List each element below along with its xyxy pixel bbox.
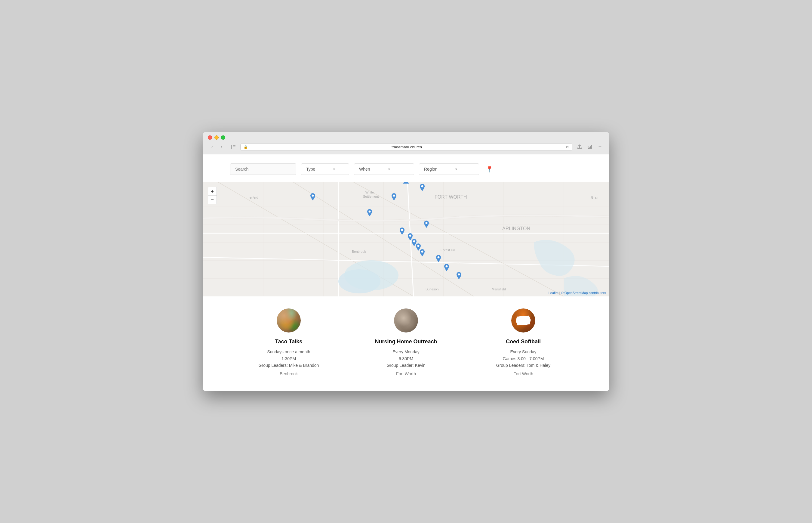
card-location-coed-softball: Fort Worth <box>513 371 533 376</box>
card-title-nursing-home: Nursing Home Outreach <box>375 339 437 345</box>
forward-button[interactable]: › <box>218 143 226 151</box>
card-schedule-1: Every Sunday <box>496 348 550 355</box>
reload-icon[interactable]: ↺ <box>566 145 569 149</box>
type-filter[interactable]: Type ▾ <box>301 163 349 175</box>
leaflet-link[interactable]: Leaflet <box>549 291 559 294</box>
svg-text:Gran: Gran <box>591 196 598 199</box>
osm-link[interactable]: © OpenStreetMap contributors <box>561 291 606 294</box>
sidebar-button[interactable] <box>229 143 237 151</box>
card-leaders: Group Leaders: Tom & Haley <box>496 362 550 368</box>
map-pin[interactable] <box>366 209 373 219</box>
zoom-in-button[interactable]: + <box>208 187 216 196</box>
svg-text:Burleson: Burleson <box>426 287 438 291</box>
svg-point-50 <box>458 273 460 276</box>
card-detail-taco-talks: Sundays once a month 1:30PM Group Leader… <box>259 348 319 368</box>
nav-buttons: ‹ › <box>208 143 226 151</box>
svg-point-41 <box>421 185 423 187</box>
svg-point-26 <box>338 269 380 293</box>
svg-text:erferd: erferd <box>250 196 258 199</box>
svg-rect-0 <box>231 145 232 149</box>
when-filter[interactable]: When ▾ <box>354 163 414 175</box>
svg-text:Forest Hill: Forest Hill <box>440 248 456 252</box>
svg-rect-2 <box>233 147 235 147</box>
map-pin[interactable] <box>398 228 406 237</box>
add-tab-button[interactable]: + <box>596 143 604 151</box>
svg-point-46 <box>421 251 423 253</box>
svg-text:FORT WORTH: FORT WORTH <box>435 194 467 199</box>
map-pin[interactable] <box>390 193 398 203</box>
map-pin[interactable] <box>443 264 450 273</box>
svg-rect-6 <box>203 182 609 296</box>
svg-point-44 <box>413 240 415 242</box>
filter-bar: Type ▾ When ▾ Region ▾ 📍 <box>203 155 609 182</box>
map-pin[interactable] <box>455 272 462 282</box>
svg-text:ARLINGTON: ARLINGTON <box>502 226 530 231</box>
location-pin-button[interactable]: 📍 <box>484 164 495 175</box>
svg-point-43 <box>409 234 411 236</box>
svg-rect-3 <box>233 148 235 148</box>
new-tab-button[interactable] <box>586 143 594 151</box>
type-chevron-icon: ▾ <box>333 167 335 171</box>
address-bar[interactable]: 🔒 trademark.church ↺ <box>240 143 572 151</box>
page-content: Type ▾ When ▾ Region ▾ 📍 <box>203 155 609 391</box>
lock-icon: 🔒 <box>244 145 248 149</box>
back-button[interactable]: ‹ <box>208 143 216 151</box>
share-button[interactable] <box>575 143 584 151</box>
traffic-light-fullscreen[interactable] <box>221 136 225 140</box>
map-pin[interactable] <box>419 184 426 194</box>
card-detail-nursing-home: Every Monday 6:30PM Group Leader: Kevin <box>386 348 425 368</box>
card-taco-talks[interactable]: Taco Talks Sundays once a month 1:30PM G… <box>230 303 347 382</box>
svg-rect-5 <box>589 146 591 148</box>
map-zoom-controls: + − <box>208 187 217 204</box>
card-location-taco-talks: Benbrook <box>280 371 298 376</box>
card-title-coed-softball: Coed Softball <box>506 339 541 345</box>
svg-point-45 <box>417 245 419 247</box>
map-pin[interactable] <box>435 255 442 265</box>
svg-point-39 <box>393 194 395 197</box>
card-leaders: Group Leaders: Mike & Brandon <box>259 362 319 368</box>
map-container: FORT WORTH White Settlement Benbrook For… <box>203 182 609 296</box>
map-attribution: Leaflet | © OpenStreetMap contributors <box>549 291 606 294</box>
traffic-lights <box>208 136 604 140</box>
svg-text:Benbrook: Benbrook <box>352 250 366 253</box>
region-filter-label: Region <box>424 167 437 172</box>
card-schedule-1: Sundays once a month <box>259 348 319 355</box>
svg-text:Settlement: Settlement <box>363 195 379 198</box>
card-title-taco-talks: Taco Talks <box>275 339 302 345</box>
card-schedule-2: 6:30PM <box>386 355 425 362</box>
svg-point-37 <box>311 194 314 197</box>
when-chevron-icon: ▾ <box>388 167 390 171</box>
region-chevron-icon: ▾ <box>455 167 457 171</box>
softball-plate <box>515 315 531 326</box>
region-filter[interactable]: Region ▾ <box>419 163 479 175</box>
map-pin[interactable] <box>309 193 316 203</box>
browser-actions: + <box>575 143 604 151</box>
svg-point-49 <box>446 266 448 268</box>
when-filter-label: When <box>359 167 370 172</box>
card-schedule-2: 1:30PM <box>259 355 319 362</box>
cards-section: Taco Talks Sundays once a month 1:30PM G… <box>203 296 609 391</box>
search-input[interactable] <box>230 163 296 175</box>
svg-rect-4 <box>588 145 591 149</box>
traffic-light-minimize[interactable] <box>214 136 219 140</box>
card-avatar-nursing-home <box>394 308 418 332</box>
zoom-out-button[interactable]: − <box>208 196 216 204</box>
card-coed-softball[interactable]: Coed Softball Every Sunday Games 3:00 - … <box>465 303 582 382</box>
type-filter-label: Type <box>306 167 315 172</box>
map-pin[interactable] <box>402 182 410 189</box>
browser-window: ‹ › 🔒 trademark.church ↺ <box>203 132 609 391</box>
svg-rect-1 <box>233 145 235 146</box>
card-avatar-taco-talks <box>277 308 301 332</box>
card-leaders: Group Leader: Kevin <box>386 362 425 368</box>
card-nursing-home-outreach[interactable]: Nursing Home Outreach Every Monday 6:30P… <box>347 303 465 382</box>
map-pin[interactable] <box>423 220 430 230</box>
svg-point-38 <box>369 211 371 213</box>
traffic-light-close[interactable] <box>208 136 212 140</box>
address-bar-url: trademark.church <box>250 145 564 149</box>
map-pin[interactable] <box>419 249 426 259</box>
card-detail-coed-softball: Every Sunday Games 3:00 - 7:00PM Group L… <box>496 348 550 368</box>
svg-text:Mansfield: Mansfield <box>492 287 506 291</box>
card-location-nursing-home: Fort Worth <box>396 371 416 376</box>
svg-point-42 <box>401 229 403 231</box>
svg-point-48 <box>438 256 440 258</box>
